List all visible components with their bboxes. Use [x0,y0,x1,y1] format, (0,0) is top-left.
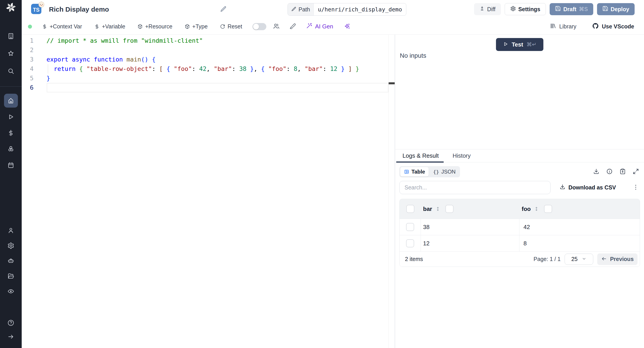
page-size-select[interactable]: 25 [564,254,593,265]
deploy-button[interactable]: Deploy [597,3,634,15]
pagination: Page: 1 / 1 25 Previous [534,254,638,265]
sidebar-item-runs[interactable] [4,110,18,124]
edit-title-button[interactable] [220,0,226,18]
sparkles-icon [344,23,350,30]
expand-icon[interactable] [632,168,639,176]
tab-history[interactable]: History [452,152,471,159]
sidebar-item-workers[interactable] [4,254,18,268]
cell-foo: 8 [520,235,640,252]
view-mode-json[interactable]: {}JSON [430,167,459,176]
table-header-row: barfoo [400,199,640,219]
toolbar-resource-button[interactable]: +Resource [137,23,172,30]
panel-resize-handle[interactable] [395,35,395,348]
code-editor[interactable]: 123456 // import * as wmill from "windmi… [22,35,395,348]
sort-toggle[interactable] [534,206,539,212]
kebab-icon [632,184,639,190]
chevron-down-icon [582,256,586,261]
sidebar-group-top [0,29,22,78]
sidebar-item-search[interactable] [4,64,18,78]
sidebar-item-workspace[interactable] [4,29,18,43]
info-icon[interactable] [606,168,613,176]
download-csv-button[interactable]: Download as CSV [560,184,616,191]
topbar: TS Rich Display demo Path u/henri/rich_d… [22,0,644,19]
draft-button[interactable]: Draft ⌘S [550,3,593,15]
sidebar-item-resources[interactable] [4,142,18,156]
path-control[interactable]: Path u/henri/rich_display_demo [288,3,406,16]
multiplayer-button[interactable] [273,23,280,30]
result-table: barfoo 3842128 2 items Page: 1 / 1 25 Pr… [399,199,640,267]
sidebar-item-users[interactable] [4,224,18,237]
deploy-label: Deploy [611,6,629,12]
sidebar-item-audit[interactable] [4,284,18,298]
cell-bar: 38 [421,219,520,235]
ai-gen-button[interactable]: AI Gen [306,22,333,30]
diff-button[interactable]: Diff [474,3,501,15]
clipboard-icon [620,168,626,175]
editor-scroll-marker[interactable] [389,82,395,84]
toolbar-variable-button[interactable]: +Variable [94,23,125,30]
users-icon [273,23,280,30]
wand-icon [306,22,312,30]
download-icon[interactable] [593,168,600,176]
table-menu-button[interactable] [632,184,639,192]
sort-icon [534,206,539,212]
users-icon [273,23,280,30]
sidebar-item-folders[interactable] [4,269,18,283]
collab-toggle[interactable] [252,23,266,30]
row-checkbox[interactable] [406,223,414,231]
toggle-knob [253,24,259,30]
toolbar-type-button[interactable]: +Type [184,23,208,30]
sort-toggle[interactable] [435,206,440,212]
table-row[interactable]: 128 [400,235,640,252]
sidebar-item-settings[interactable] [4,239,18,252]
windmill-logo-icon[interactable] [0,2,22,12]
expand-icon [632,168,639,175]
toolbar-reset-button[interactable]: Reset [220,23,242,30]
column-checkbox[interactable] [446,205,454,213]
cell-bar: 12 [421,235,520,252]
ai-sparkles-button[interactable] [344,23,350,30]
eye-icon [8,288,14,295]
line-number: 4 [22,64,34,74]
result-tabs: Logs & ResultHistory [395,150,644,162]
row-checkbox[interactable] [406,239,414,247]
pencil-icon [220,6,226,12]
tab-logs-result[interactable]: Logs & Result [402,152,439,159]
sidebar-item-favorites[interactable] [4,46,18,60]
sidebar-item-expand[interactable] [4,330,18,344]
items-count: 2 items [405,256,423,262]
toolbar-item-label: +Resource [145,23,172,30]
search-input[interactable] [399,181,550,194]
clipboard-copy-icon[interactable] [620,168,626,176]
test-button[interactable]: Test ⌘↵ [496,38,544,51]
previous-page-button[interactable]: Previous [597,254,638,265]
toolbar-contextvar-button[interactable]: +Context Var [42,23,82,30]
sidebar-item-variables[interactable] [4,126,18,140]
previous-label: Previous [610,256,634,262]
save-icon [555,6,561,13]
result-controls: Table{}JSON [399,166,639,177]
settings-button[interactable]: Settings [505,3,546,15]
sidebar-item-help[interactable] [4,316,18,330]
library-label: Library [559,23,576,30]
library-button[interactable]: Library [550,23,576,30]
column-header-foo: foo [520,205,640,213]
page-title: Rich Display demo [49,0,109,18]
sidebar-item-home[interactable] [4,94,18,108]
gear-icon [510,6,516,12]
use-vscode-button[interactable]: Use VScode [592,23,634,30]
code-content[interactable]: // import * as wmill from "windmill-clie… [46,36,389,92]
format-button[interactable] [290,23,296,30]
column-label: bar [423,206,432,212]
table-row[interactable]: 3842 [400,219,640,235]
gear-icon [510,6,516,13]
robot-icon [8,258,14,264]
arrow-right-icon [8,333,14,340]
arrow-left-icon [601,256,607,262]
select-all-checkbox[interactable] [406,205,414,213]
column-checkbox[interactable] [544,205,552,213]
view-mode-table[interactable]: Table [400,167,429,176]
save-icon [602,6,608,12]
sidebar-item-schedules[interactable] [4,158,18,172]
arrow-left-icon [601,256,607,262]
